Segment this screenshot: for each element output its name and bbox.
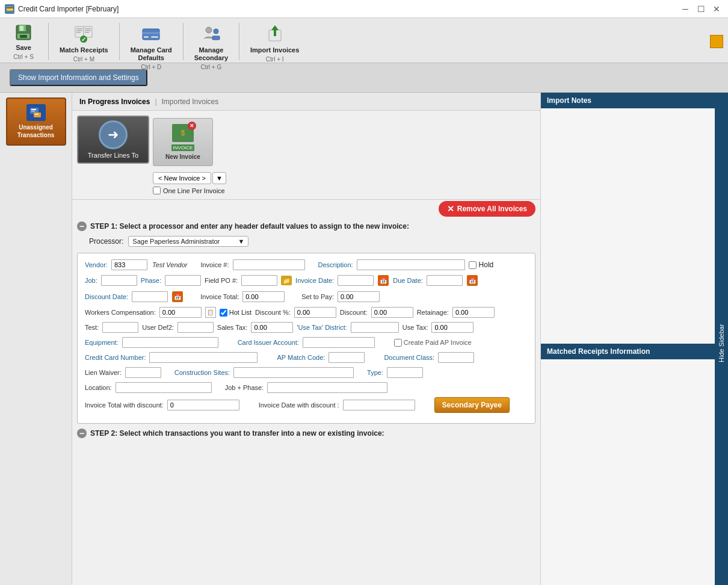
equipment-label[interactable]: Equipment: bbox=[85, 339, 119, 346]
show-import-button[interactable]: Show Import Information and Settings bbox=[10, 69, 147, 86]
hotlist-checkbox[interactable] bbox=[220, 309, 227, 317]
new-invoice-dropdown[interactable]: ▼ bbox=[212, 172, 226, 184]
workers-comp-input[interactable] bbox=[159, 307, 202, 318]
discount-date-label[interactable]: Discount Date: bbox=[85, 293, 128, 300]
document-class-input[interactable] bbox=[438, 352, 474, 363]
create-paid-row: Create Paid AP Invoice bbox=[394, 339, 472, 347]
one-line-checkbox[interactable] bbox=[153, 187, 161, 194]
new-invoice-card[interactable]: ✕ $ INVOICE New Invoice bbox=[153, 118, 213, 166]
title-bar-controls[interactable]: ─ ☐ ✕ bbox=[679, 2, 723, 16]
step1-collapse-icon[interactable]: − bbox=[77, 221, 87, 231]
discount-date-input[interactable] bbox=[132, 291, 168, 302]
invoice-total-discount-input[interactable] bbox=[167, 400, 239, 410]
use-tax-label: Use Tax: bbox=[403, 324, 428, 331]
tab-in-progress[interactable]: In Progress Invoices bbox=[79, 98, 150, 106]
transfer-lines-button[interactable]: ➜ Transfer Lines To bbox=[77, 116, 149, 164]
hold-checkbox[interactable] bbox=[469, 261, 477, 269]
field-po-input[interactable] bbox=[241, 275, 277, 286]
title-bar-title: Credit Card Importer [February] bbox=[18, 5, 119, 13]
workers-comp-button[interactable]: 📋 bbox=[205, 307, 216, 318]
tab-imported[interactable]: Imported Invoices bbox=[162, 98, 219, 106]
userdef2-label: User Def2: bbox=[142, 324, 174, 331]
import-notes-content bbox=[541, 108, 715, 344]
due-date-calendar-button[interactable]: 📅 bbox=[466, 274, 478, 286]
type-input[interactable] bbox=[387, 367, 423, 378]
new-invoice-button[interactable]: < New Invoice > bbox=[153, 172, 211, 184]
test-input[interactable] bbox=[102, 322, 138, 333]
sidebar-wrapper: Import Notes Matched Receipts Informatio… bbox=[540, 93, 728, 585]
due-date-label[interactable]: Due Date: bbox=[393, 277, 423, 284]
remove-all-button[interactable]: ✕ Remove All Invoices bbox=[439, 201, 535, 217]
sales-tax-input[interactable] bbox=[251, 322, 293, 333]
step2-collapse-icon[interactable]: − bbox=[77, 429, 87, 438]
use-tax-district-label[interactable]: 'Use Tax' District: bbox=[297, 324, 347, 331]
card-issuer-label[interactable]: Card Issuer Account: bbox=[238, 339, 299, 346]
use-tax-input[interactable] bbox=[431, 322, 474, 333]
credit-card-label[interactable]: Credit Card Number: bbox=[85, 354, 146, 361]
invoice-date-label[interactable]: Invoice Date: bbox=[295, 277, 334, 284]
invoice-num-input[interactable] bbox=[233, 259, 305, 270]
hotlist-check: Hot List bbox=[220, 309, 251, 317]
job-input[interactable] bbox=[101, 275, 137, 286]
match-receipts-button[interactable]: ✓ Match Receipts Ctrl + M bbox=[52, 20, 116, 63]
use-tax-district-input[interactable] bbox=[351, 322, 399, 333]
ap-match-input[interactable] bbox=[329, 352, 365, 363]
import-invoices-button[interactable]: Import Invoices Ctrl + I bbox=[243, 20, 306, 63]
retainage-input[interactable] bbox=[452, 307, 495, 318]
svg-rect-29 bbox=[35, 114, 39, 115]
create-paid-checkbox[interactable] bbox=[394, 339, 402, 347]
field-po-folder-button[interactable]: 📁 bbox=[281, 276, 292, 285]
svg-point-19 bbox=[206, 27, 212, 33]
description-label[interactable]: Description: bbox=[318, 261, 353, 268]
remove-icon: ✕ bbox=[447, 204, 454, 214]
vendor-label[interactable]: Vendor: bbox=[85, 261, 108, 268]
invoice-date-calendar-button[interactable]: 📅 bbox=[377, 274, 389, 286]
equipment-input[interactable] bbox=[122, 337, 218, 348]
set-to-pay-input[interactable] bbox=[338, 291, 380, 302]
discount-date-calendar-button[interactable]: 📅 bbox=[171, 291, 184, 303]
toolbar-sep-4 bbox=[239, 23, 239, 60]
step1-header[interactable]: − STEP 1: Select a processor and enter a… bbox=[77, 221, 535, 231]
phase-input[interactable] bbox=[165, 275, 201, 286]
invoice-date-discount-input[interactable] bbox=[343, 400, 415, 410]
userdef2-input[interactable] bbox=[177, 322, 214, 333]
job-label[interactable]: Job: bbox=[85, 277, 97, 284]
location-input[interactable] bbox=[116, 382, 212, 393]
type-label[interactable]: Type: bbox=[367, 369, 383, 376]
vendor-input[interactable] bbox=[111, 259, 147, 270]
due-date-input[interactable] bbox=[427, 275, 463, 286]
card-issuer-input[interactable] bbox=[303, 337, 375, 348]
discount-input[interactable] bbox=[371, 307, 413, 318]
save-button[interactable]: Save Ctrl + S bbox=[2, 20, 45, 63]
document-class-label[interactable]: Document Class: bbox=[384, 354, 434, 361]
hide-sidebar-button[interactable]: Hide Sidebar bbox=[715, 93, 728, 585]
manage-card-icon bbox=[140, 23, 162, 45]
invoice-date-input[interactable] bbox=[338, 275, 374, 286]
vendor-name: Test Vendor bbox=[152, 261, 188, 268]
location-label: Location: bbox=[85, 384, 112, 391]
construction-sites-input[interactable] bbox=[233, 367, 354, 378]
construction-sites-label[interactable]: Construction Sites: bbox=[174, 369, 230, 376]
step2-header[interactable]: − STEP 2: Select which transactions you … bbox=[77, 429, 535, 438]
secondary-payee-button[interactable]: Secondary Payee bbox=[434, 397, 510, 413]
description-input[interactable] bbox=[357, 259, 465, 270]
lien-waiver-input[interactable] bbox=[125, 367, 161, 378]
phase-label[interactable]: Phase: bbox=[141, 277, 161, 284]
job-phase-input[interactable] bbox=[267, 382, 387, 393]
maximize-button[interactable]: ☐ bbox=[694, 2, 708, 16]
ap-match-label[interactable]: AP Match Code: bbox=[277, 354, 325, 361]
step2-label: STEP 2: Select which transactions you wa… bbox=[90, 429, 384, 438]
manage-card-button[interactable]: Manage CardDefaults Ctrl + D bbox=[123, 20, 179, 63]
credit-card-input[interactable] bbox=[149, 352, 258, 363]
invoice-total-input[interactable] bbox=[242, 291, 285, 302]
discount-pct-input[interactable] bbox=[294, 307, 336, 318]
manage-secondary-button[interactable]: ManageSecondary Ctrl + G bbox=[187, 20, 235, 63]
form-row-test: Test: User Def2: Sales Tax: 'Use Tax' Di… bbox=[85, 322, 528, 333]
manage-card-label: Manage CardDefaults bbox=[131, 46, 172, 62]
minimize-button[interactable]: ─ bbox=[679, 2, 692, 16]
svg-rect-2 bbox=[20, 26, 23, 31]
close-button[interactable]: ✕ bbox=[710, 2, 723, 16]
processor-select[interactable]: Sage Paperless Administrator ▼ bbox=[128, 236, 248, 247]
unassigned-transactions-button[interactable]: Unassigned Transactions bbox=[6, 98, 66, 146]
set-to-pay-label: Set to Pay: bbox=[301, 293, 334, 300]
